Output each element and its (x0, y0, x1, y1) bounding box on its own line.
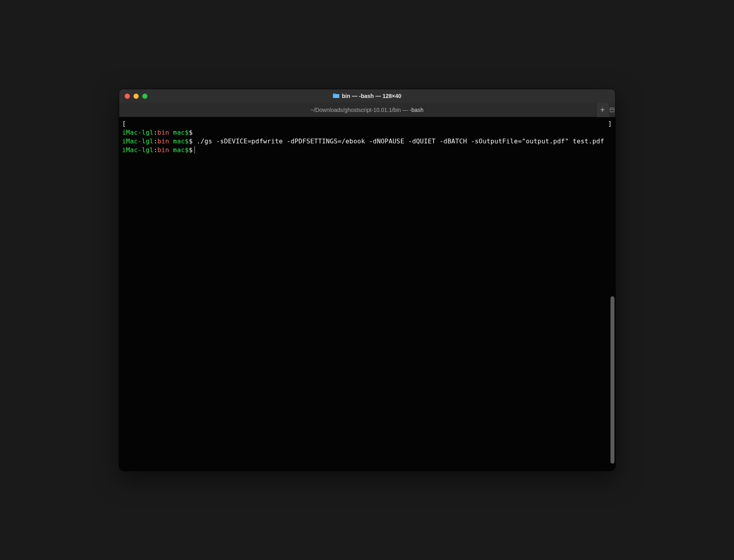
terminal-pane[interactable]: [ ] iMac-lgl:bin mac$$ iMac-lgl:bin mac$… (119, 117, 615, 471)
prompt-dir: bin (157, 146, 169, 154)
prompt-colon: : (153, 129, 157, 136)
close-icon[interactable] (125, 94, 130, 99)
tab-bar: ~/Downloads/ghostscript-10.01.1/bin — -b… (119, 103, 615, 117)
maximize-icon[interactable] (142, 94, 147, 99)
svg-rect-0 (610, 108, 614, 112)
prompt-dollar: $ (189, 146, 193, 154)
prompt-host: iMac-lgl (122, 146, 154, 154)
window-title-text: bin — -bash — 128×40 (342, 93, 401, 99)
prompt-dir: bin (157, 129, 169, 136)
scrollbar[interactable] (610, 117, 615, 471)
terminal-brackets: [ ] (122, 119, 612, 128)
tab-active[interactable]: ~/Downloads/ghostscript-10.01.1/bin — -b… (310, 107, 424, 113)
minimize-icon[interactable] (133, 94, 139, 99)
panel-toggle-icon[interactable] (609, 103, 615, 117)
prompt-dollar: $ (189, 129, 193, 136)
traffic-lights (125, 94, 147, 99)
tab-path: ~/Downloads/ghostscript-10.01.1/bin — (310, 107, 410, 113)
prompt-user: mac$ (169, 146, 189, 154)
prompt-colon: : (153, 137, 157, 145)
terminal-window: bin — -bash — 128×40 ~/Downloads/ghostsc… (119, 89, 616, 471)
prompt-dir: bin (157, 137, 169, 145)
tab-right-controls: + (596, 103, 615, 117)
tab-shell: -bash (410, 107, 424, 113)
plus-icon: + (600, 106, 605, 114)
folder-icon (333, 92, 340, 100)
prompt-line: iMac-lgl:bin mac$$ (122, 146, 612, 155)
add-tab-button[interactable]: + (596, 103, 609, 117)
command-text: ./gs -sDEVICE=pdfwrite -dPDFSETTINGS=/eb… (193, 137, 604, 145)
prompt-line: iMac-lgl:bin mac$$ (122, 128, 612, 137)
bracket-open: [ (122, 119, 126, 128)
prompt-host: iMac-lgl (122, 137, 154, 145)
prompt-user: mac$ (169, 129, 189, 136)
prompt-user: mac$ (169, 137, 189, 145)
prompt-dollar: $ (189, 137, 193, 145)
window-title: bin — -bash — 128×40 (333, 92, 401, 100)
prompt-host: iMac-lgl (122, 129, 154, 136)
scrollbar-thumb[interactable] (610, 296, 614, 464)
prompt-line: iMac-lgl:bin mac$$ ./gs -sDEVICE=pdfwrit… (122, 137, 612, 146)
cursor (194, 146, 195, 153)
window-titlebar[interactable]: bin — -bash — 128×40 (119, 89, 615, 103)
prompt-colon: : (153, 146, 157, 154)
